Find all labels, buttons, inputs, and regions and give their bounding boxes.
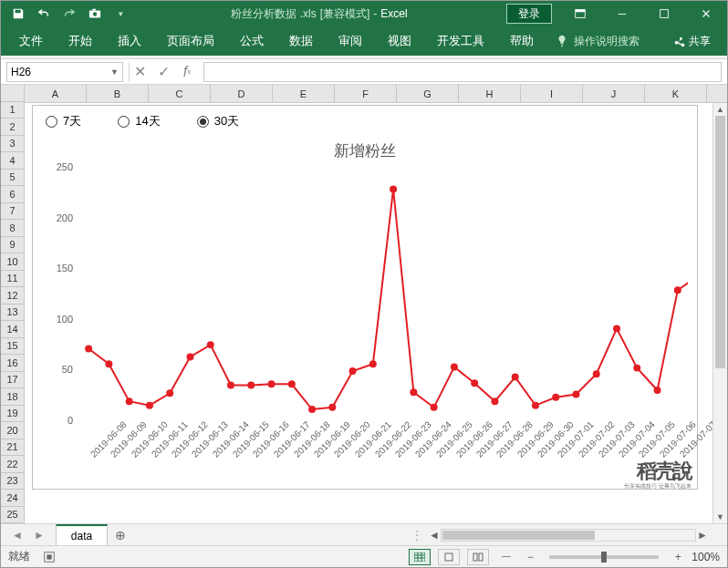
- undo-button[interactable]: [32, 3, 56, 25]
- sheet-nav-next[interactable]: ►: [30, 529, 48, 542]
- zoom-level[interactable]: 100%: [692, 551, 720, 563]
- signin-button[interactable]: 登录: [506, 4, 552, 24]
- tab-developer[interactable]: 开发工具: [424, 26, 497, 56]
- row-header[interactable]: 12: [1, 287, 24, 305]
- zoom-thumb[interactable]: [601, 552, 607, 563]
- row-header[interactable]: 23: [1, 473, 24, 491]
- add-sheet-button[interactable]: ⊕: [108, 528, 133, 542]
- column-header[interactable]: H: [459, 85, 521, 102]
- svg-point-26: [471, 379, 478, 387]
- scroll-left-arrow[interactable]: ◄: [428, 529, 441, 542]
- column-header[interactable]: J: [583, 85, 645, 102]
- row-header[interactable]: 7: [1, 203, 24, 221]
- view-pagebreak-button[interactable]: [467, 549, 489, 565]
- svg-rect-46: [473, 553, 477, 561]
- tab-pagelayout[interactable]: 页面布局: [154, 26, 227, 56]
- redo-button[interactable]: [57, 3, 81, 25]
- svg-point-1: [93, 12, 97, 15]
- zoom-slider[interactable]: [549, 555, 659, 559]
- row-header[interactable]: 15: [1, 338, 24, 356]
- row-header[interactable]: 6: [1, 186, 24, 203]
- row-header[interactable]: 10: [1, 253, 24, 271]
- sheet-tab-data[interactable]: data: [56, 524, 108, 546]
- ribbon-options-button[interactable]: [559, 1, 601, 26]
- zoom-out-button[interactable]: −: [524, 551, 536, 563]
- row-header[interactable]: 2: [1, 119, 24, 136]
- svg-point-35: [654, 387, 661, 394]
- horizontal-scroll-thumb[interactable]: [442, 531, 595, 540]
- tab-data[interactable]: 数据: [276, 26, 326, 56]
- svg-point-36: [674, 286, 681, 294]
- minimize-button[interactable]: [601, 1, 643, 26]
- chart-range-option[interactable]: 30天: [197, 113, 239, 129]
- row-header[interactable]: 24: [1, 490, 24, 507]
- enter-formula-button[interactable]: ✓: [152, 62, 174, 82]
- y-axis-tick: 50: [62, 364, 73, 375]
- insert-function-button[interactable]: fx: [176, 62, 198, 82]
- column-header[interactable]: D: [211, 85, 273, 102]
- column-header[interactable]: B: [87, 85, 149, 102]
- share-button[interactable]: 共享: [661, 34, 722, 49]
- scroll-right-arrow[interactable]: ►: [696, 529, 709, 542]
- row-header[interactable]: 9: [1, 237, 24, 254]
- cancel-formula-button[interactable]: ✕: [129, 62, 151, 82]
- svg-point-16: [268, 380, 276, 387]
- view-pagelayout-button[interactable]: [438, 549, 460, 565]
- zoom-in-button[interactable]: +: [671, 551, 684, 563]
- column-header[interactable]: A: [25, 85, 87, 102]
- column-header[interactable]: E: [273, 85, 335, 102]
- scroll-up-arrow[interactable]: ▲: [713, 103, 727, 116]
- row-header[interactable]: 3: [1, 136, 24, 153]
- vertical-scroll-thumb[interactable]: [715, 116, 725, 368]
- svg-point-32: [593, 370, 600, 377]
- maximize-button[interactable]: [643, 1, 685, 26]
- row-header[interactable]: 11: [1, 271, 24, 288]
- view-normal-button[interactable]: [409, 549, 431, 565]
- tab-file[interactable]: 文件: [6, 26, 56, 56]
- y-axis-tick: 150: [57, 263, 73, 274]
- close-button[interactable]: [685, 1, 727, 26]
- tab-view[interactable]: 视图: [375, 26, 424, 56]
- select-all-corner[interactable]: [1, 85, 24, 102]
- row-header[interactable]: 16: [1, 355, 24, 372]
- chart-range-option[interactable]: 14天: [118, 113, 160, 129]
- chart-range-option[interactable]: 7天: [46, 113, 81, 129]
- row-header[interactable]: 8: [1, 220, 24, 237]
- row-header[interactable]: 4: [1, 152, 24, 170]
- tell-me-search[interactable]: 操作说明搜索: [546, 34, 649, 49]
- save-button[interactable]: [6, 3, 30, 25]
- row-header[interactable]: 18: [1, 388, 24, 406]
- column-header[interactable]: K: [645, 85, 707, 102]
- chart-object[interactable]: 7天14天30天 新增粉丝 050100150200250 2019-06-08…: [32, 105, 698, 490]
- column-header[interactable]: F: [335, 85, 397, 102]
- row-header[interactable]: 22: [1, 456, 24, 473]
- scroll-down-arrow[interactable]: ▼: [713, 511, 727, 523]
- column-header[interactable]: I: [521, 85, 583, 102]
- vertical-scrollbar[interactable]: ▲ ▼: [712, 103, 727, 523]
- tab-review[interactable]: 审阅: [326, 26, 375, 56]
- row-header[interactable]: 14: [1, 321, 24, 338]
- horizontal-scrollbar[interactable]: [441, 529, 696, 542]
- row-header[interactable]: 1: [1, 102, 24, 119]
- camera-button[interactable]: [83, 3, 107, 25]
- formula-input[interactable]: [203, 62, 722, 82]
- row-header[interactable]: 20: [1, 422, 24, 439]
- quickaccess-customize[interactable]: ▾: [109, 3, 132, 25]
- row-header[interactable]: 17: [1, 372, 24, 389]
- tab-formulas[interactable]: 公式: [227, 26, 276, 56]
- name-box[interactable]: H26 ▼: [6, 62, 123, 82]
- column-header[interactable]: G: [397, 85, 459, 102]
- row-header[interactable]: 13: [1, 305, 24, 322]
- tab-help[interactable]: 帮助: [497, 26, 546, 56]
- row-header[interactable]: 25: [1, 507, 24, 524]
- tab-insert[interactable]: 插入: [105, 26, 154, 56]
- row-header[interactable]: 21: [1, 439, 24, 457]
- macro-record-icon[interactable]: [43, 551, 56, 563]
- tab-home[interactable]: 开始: [56, 26, 105, 56]
- column-header[interactable]: C: [149, 85, 211, 102]
- row-header[interactable]: 19: [1, 406, 24, 423]
- row-header[interactable]: 5: [1, 170, 24, 187]
- sheet-nav-prev[interactable]: ◄: [8, 529, 26, 542]
- svg-point-21: [369, 360, 377, 367]
- y-axis-tick: 100: [57, 314, 73, 325]
